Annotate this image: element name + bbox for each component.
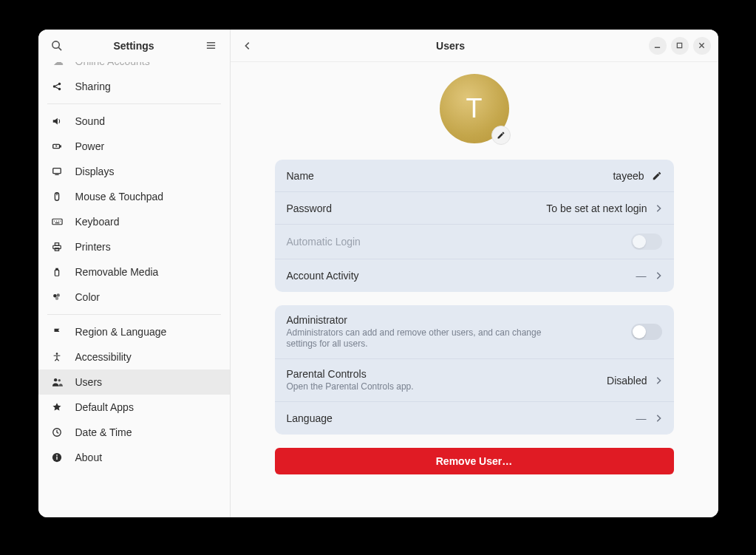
search-icon: [51, 40, 62, 51]
maximize-button[interactable]: [671, 37, 689, 55]
keyboard-icon: [52, 217, 65, 227]
sidebar-item-about[interactable]: About: [38, 445, 230, 470]
sidebar-item-label: Printers: [75, 241, 111, 253]
sidebar-item-removable-media[interactable]: Removable Media: [38, 259, 230, 285]
page-title: Users: [436, 40, 465, 52]
svg-rect-23: [55, 270, 58, 276]
svg-point-27: [55, 353, 58, 355]
row-label: Administrator: [287, 314, 631, 326]
parental-controls-row[interactable]: Parental Controls Open the Parental Cont…: [275, 359, 674, 402]
row-label: Account Activity: [287, 270, 359, 282]
info-icon: [52, 452, 65, 463]
flag-icon: [52, 327, 65, 337]
svg-rect-21: [55, 248, 58, 251]
sidebar-item-displays[interactable]: Displays: [38, 159, 230, 184]
sidebar-item-label: Displays: [75, 166, 115, 177]
sidebar-item-mouse[interactable]: Mouse & Touchpad: [38, 184, 230, 209]
sidebar-item-label: Color: [75, 291, 100, 303]
svg-point-26: [55, 297, 58, 300]
parental-value: Disabled: [607, 375, 647, 387]
remove-user-button[interactable]: Remove User…: [275, 448, 674, 474]
clock-icon: [52, 427, 65, 437]
back-button[interactable]: [238, 36, 257, 55]
row-label: Password: [287, 202, 332, 214]
sidebar-item-users[interactable]: Users: [38, 370, 230, 395]
sidebar-item-label: Users: [75, 376, 103, 388]
svg-point-28: [54, 378, 57, 381]
user-avatar: T: [440, 74, 509, 143]
sidebar-item-accessibility[interactable]: Accessibility: [38, 344, 230, 370]
name-row[interactable]: Name tayeeb: [275, 160, 674, 192]
close-icon: [698, 42, 705, 49]
close-button[interactable]: [693, 37, 711, 55]
main-panel: Users T: [231, 30, 718, 517]
privileges-card: Administrator Administrators can add and…: [275, 305, 674, 435]
activity-value: —: [636, 270, 647, 282]
power-icon: [52, 141, 65, 151]
administrator-row[interactable]: Administrator Administrators can add and…: [275, 305, 674, 359]
svg-rect-13: [52, 219, 61, 225]
sidebar-item-region[interactable]: Region & Language: [38, 319, 230, 344]
svg-point-25: [56, 293, 59, 296]
sidebar-title: Settings: [67, 40, 202, 52]
svg-line-1: [58, 47, 61, 50]
maximize-icon: [676, 42, 683, 49]
row-label: Name: [287, 170, 314, 182]
svg-point-15: [55, 220, 56, 221]
chevron-right-icon: [655, 414, 662, 423]
autologin-row: Automatic Login: [275, 225, 674, 259]
avatar-container: T: [275, 74, 674, 143]
sidebar-item-power[interactable]: Power: [38, 134, 230, 159]
sidebar-item-label: About: [75, 452, 103, 463]
sidebar-item-sound[interactable]: Sound: [38, 109, 230, 134]
speaker-icon: [52, 116, 65, 126]
name-value: tayeeb: [613, 170, 644, 182]
edit-avatar-button[interactable]: [491, 126, 511, 145]
mouse-icon: [52, 191, 65, 202]
svg-point-33: [56, 454, 58, 456]
svg-point-5: [52, 85, 55, 88]
main-body: T Name tayeeb: [231, 62, 718, 517]
display-icon: [52, 166, 65, 177]
autologin-switch: [631, 234, 662, 250]
printer-icon: [52, 242, 65, 252]
search-button[interactable]: [47, 36, 67, 55]
minimize-button[interactable]: [649, 37, 667, 55]
remove-user-label: Remove User…: [436, 455, 513, 467]
svg-point-24: [53, 294, 56, 297]
sidebar-item-keyboard[interactable]: Keyboard: [38, 209, 230, 234]
sidebar-item-default-apps[interactable]: Default Apps: [38, 395, 230, 420]
chevron-right-icon: [655, 204, 662, 213]
star-icon: [52, 402, 65, 412]
row-label: Automatic Login: [287, 236, 361, 248]
sidebar-item-sharing[interactable]: Sharing: [38, 74, 230, 99]
sidebar-item-label: Accessibility: [75, 351, 132, 363]
menu-button[interactable]: [202, 36, 221, 55]
language-value: —: [636, 412, 647, 424]
svg-point-14: [54, 220, 55, 221]
sidebar-item-label: Removable Media: [75, 266, 159, 278]
svg-rect-35: [677, 43, 681, 47]
administrator-switch[interactable]: [631, 324, 662, 340]
sidebar: Settings ☁ Online Accounts Sharing: [38, 30, 231, 517]
sidebar-separator: [47, 103, 221, 104]
pencil-icon: [497, 131, 505, 140]
sidebar-item-label: Power: [75, 140, 105, 152]
svg-point-16: [58, 220, 58, 221]
password-row[interactable]: Password To be set at next login: [275, 192, 674, 225]
minimize-icon: [654, 42, 661, 49]
sidebar-item-label: Date & Time: [75, 426, 132, 438]
sidebar-item-online-accounts[interactable]: ☁ Online Accounts: [38, 62, 230, 74]
cloud-icon: ☁: [52, 62, 65, 67]
activity-row[interactable]: Account Activity —: [275, 259, 674, 292]
sidebar-item-date-time[interactable]: Date & Time: [38, 420, 230, 445]
pencil-icon: [652, 171, 662, 181]
sidebar-item-printers[interactable]: Printers: [38, 234, 230, 259]
language-row[interactable]: Language —: [275, 402, 674, 435]
chevron-right-icon: [655, 271, 662, 280]
svg-point-29: [58, 379, 60, 381]
password-value: To be set at next login: [546, 202, 647, 214]
sidebar-item-color[interactable]: Color: [38, 285, 230, 310]
sidebar-item-label: Mouse & Touchpad: [75, 191, 164, 202]
sidebar-list: ☁ Online Accounts Sharing Sound: [38, 62, 230, 517]
